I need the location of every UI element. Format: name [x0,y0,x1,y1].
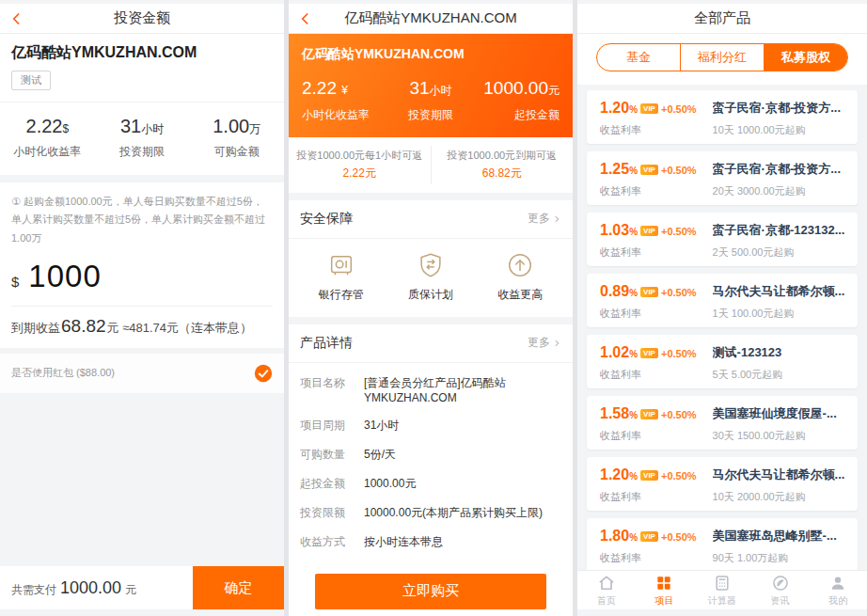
calculator-icon [713,574,732,592]
pay-unit: 元 [125,582,136,598]
tab-calculator[interactable]: 计算器 [693,571,751,609]
product-card[interactable]: 1.20 % VIP +0.50% 收益利率 马尔代夫马让都希尔顿... 10天… [587,457,858,511]
product-title: 美国塞班岛思峰别墅-... [713,528,844,545]
tab-home[interactable]: 首页 [577,571,636,609]
product-terms: 1天 100.00元起购 [713,307,844,321]
amount-value: 1000 [28,259,101,294]
product-title: 蛮子民宿·京都-123132... [713,222,844,239]
security-item-label: 收益更高 [497,287,543,303]
tab-projects[interactable]: 项目 [636,571,694,609]
product-list: 1.20 % VIP +0.50% 收益利率 蛮子民宿·京都-投资方... 10… [577,85,867,570]
tab-news[interactable]: 资讯 [751,571,810,609]
more-label: 更多 [528,335,550,351]
product-rate-percent: % [629,532,638,543]
security-item-label: 质保计划 [408,287,453,303]
stat-quota-value: 1.00 [213,116,249,136]
card-stat-min: 1000.00元 起投金额 [474,78,560,123]
category-tab[interactable]: 福利分红 [680,44,764,71]
return-maturity-desc: 投资1000.00元到期可返 [437,148,568,165]
back-chevron-icon [9,11,24,26]
redpacket-toggle[interactable] [254,364,273,383]
product-rate-label: 收益利率 [600,245,713,260]
product-rate-percent: % [629,104,638,115]
security-title: 安全保障 [300,211,353,228]
return-hourly-desc: 投资1000.00元每1小时可返 [294,148,425,165]
back-button[interactable] [9,4,24,33]
confirm-button[interactable]: 确定 [193,566,284,609]
category-tab-label: 基金 [626,49,651,66]
product-terms: 20天 3000.00元起购 [713,184,844,198]
detail-footer: 立即购买 [289,567,573,616]
product-rate: 1.20 [600,100,629,117]
return-hourly: 投资1000.00元每1小时可返 2.22元 [289,146,431,184]
detail-row-label: 可购数量 [300,447,364,463]
detail-row-label: 项目名称 [300,375,364,404]
security-more-link[interactable]: 更多 [528,211,561,227]
detail-rows: 项目名称 [普通会员分红产品]亿码酷站YMKUZHAN.COM 项目周期 31小… [289,363,573,567]
product-name: 亿码酷站YMKUZHAN.COM [11,43,273,63]
product-title: 蛮子民宿·京都-投资方... [713,161,844,178]
product-bonus: +0.50% [661,287,697,298]
product-rate: 1.80 [600,528,629,545]
card-term-label: 投资期限 [387,107,473,123]
stat-rate-label: 小时化收益率 [0,144,95,160]
product-rate: 1.20 [600,466,629,483]
vip-badge: VIP [640,409,658,419]
category-tab-label: 福利分红 [698,49,747,66]
category-tab[interactable]: 基金 [597,44,680,71]
detail-more-link[interactable]: 更多 [528,335,561,351]
product-rate-percent: % [629,166,638,176]
product-rate: 1.58 [600,405,629,422]
security-item-guarantee: 质保计划 [386,251,475,303]
product-card[interactable]: 1.03 % VIP +0.50% 收益利率 蛮子民宿·京都-123132...… [587,213,858,266]
product-card[interactable]: 1.80 % VIP +0.50% 收益利率 美国塞班岛思峰别墅-... 90天… [587,518,858,570]
vip-badge: VIP [640,226,658,236]
product-rate-label: 收益利率 [600,368,713,382]
arrow-up-circle-icon [506,251,534,279]
detail-row: 投资限额 10000.00元(本期产品累计购买上限) [300,505,561,521]
card-term-value: 31 [409,78,429,98]
stat-term-value: 31 [120,116,141,136]
product-card[interactable]: 1.20 % VIP +0.50% 收益利率 蛮子民宿·京都-投资方... 10… [587,90,858,144]
product-card[interactable]: 1.58 % VIP +0.50% 收益利率 美国塞班仙境度假屋-... 30天… [587,396,858,450]
product-card[interactable]: 0.89 % VIP +0.50% 收益利率 马尔代夫马让都希尔顿... 1天 … [587,274,858,327]
tab-news-label: 资讯 [771,594,790,608]
detail-row-value: 10000.00元(本期产品累计购买上限) [364,505,543,521]
product-card[interactable]: 1.02 % VIP +0.50% 收益利率 测试-123123 5天 5.00… [587,335,858,388]
back-button[interactable] [298,4,313,33]
stat-term-label: 投资期限 [95,144,190,160]
buy-now-button[interactable]: 立即购买 [315,574,546,609]
redpacket-row: 是否使用红包 ($88.00) [0,354,284,393]
amount-block: ① 起购金额1000.00元，单人每日购买数量不超过5份，单人累计购买数量不超过… [0,182,284,348]
card-min-unit: 元 [548,84,560,97]
detail-row-label: 项目周期 [300,418,364,434]
card-min-label: 起投金额 [474,107,560,123]
detail-row-value: [普通会员分红产品]亿码酷站YMKUZHAN.COM [364,375,561,404]
stat-rate-unit: $ [62,122,69,135]
product-terms: 5天 5.00元起购 [713,368,844,382]
shield-arrows-icon [417,251,445,279]
tab-mine[interactable]: 我的 [809,571,867,609]
vip-badge: VIP [640,165,658,175]
security-item-yield: 收益更高 [476,251,565,303]
home-icon [597,574,616,592]
detail-row-value: 1000.00元 [364,476,416,492]
tab-projects-label: 项目 [654,594,673,608]
card-min-value: 1000.00 [483,78,548,98]
redpacket-label: 是否使用红包 ($88.00) [11,366,115,380]
product-rate-label: 收益利率 [600,490,713,504]
page-title: 投资金额 [114,9,170,27]
product-card[interactable]: 1.25 % VIP +0.50% 收益利率 蛮子民宿·京都-投资方... 20… [587,151,858,205]
back-chevron-icon [298,11,313,26]
bottom-tab-bar: 首页 项目 计算器 资讯 我的 [577,570,867,609]
product-title: 测试-123123 [713,344,844,361]
product-title: 蛮子民宿·京都-投资方... [713,100,844,117]
purchase-notice: ① 起购金额1000.00元，单人每日购买数量不超过5份，单人累计购买数量不超过… [0,182,284,253]
product-bonus: +0.50% [661,348,697,359]
amount-input[interactable]: $ 1000 [0,253,284,306]
product-bonus: +0.50% [661,470,697,482]
product-title: 马尔代夫马让都希尔顿... [713,466,844,483]
pay-value: 1000.00 [60,578,121,598]
category-tab[interactable]: 私募股权 [764,44,847,71]
product-terms: 30天 1500.00元起购 [713,429,844,443]
